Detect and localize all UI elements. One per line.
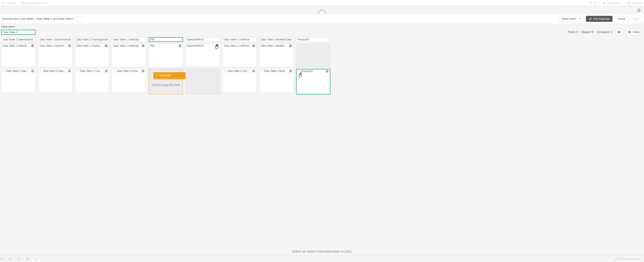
trash-icon[interactable]: [17, 257, 20, 261]
remove-field-icon[interactable]: [31, 44, 34, 47]
remove-field-icon[interactable]: [289, 70, 292, 73]
field-chip-label: Data Table 2.Trackin…: [80, 70, 104, 73]
unmapped-count: Unmapped: 3: [597, 31, 612, 34]
preview-toggle-button[interactable]: [616, 29, 622, 35]
column-header[interactable]: [186, 37, 220, 42]
column-header-input[interactable]: [3, 38, 34, 41]
chevron-down-icon: [579, 18, 581, 19]
column-header[interactable]: [222, 37, 257, 42]
cut-icon[interactable]: [26, 257, 29, 261]
fields-button[interactable]: Fields: [626, 29, 642, 35]
cancel-button[interactable]: Cancel: [615, 16, 628, 22]
remove-field-icon[interactable]: [68, 44, 71, 47]
swap-button[interactable]: [76, 16, 82, 22]
grip-icon: [156, 74, 158, 77]
remove-field-icon[interactable]: [142, 44, 144, 47]
remove-field-icon[interactable]: [68, 70, 71, 73]
load-data-button[interactable]: Load data: [627, 1, 642, 4]
column-header-input[interactable]: [187, 38, 218, 41]
column-header-input[interactable]: [150, 38, 181, 41]
column-header-input[interactable]: [224, 38, 255, 41]
fields-count: Fields: 9: [568, 31, 578, 34]
click-cursor-icon: [298, 72, 303, 78]
field-chip[interactable]: Data Table 2.UnitPrice: [222, 69, 256, 73]
field-chip[interactable]: Data Table 2.OrderQty: [112, 69, 146, 73]
remove-field-icon[interactable]: [289, 44, 292, 47]
mapping-column: Data Table 1.UnitPriceData Table 2.UnitP…: [222, 37, 257, 95]
pencil-icon[interactable]: [0, 257, 4, 261]
home-icon[interactable]: [637, 8, 640, 11]
field-chip[interactable]: Data Table 1.Modified Date: [260, 44, 293, 48]
field-chip[interactable]: PID: [149, 44, 183, 48]
select-action-dropdown[interactable]: Select action: [559, 16, 584, 22]
drop-hint: Drop to map this field: [152, 83, 180, 87]
field-chip-label: SpecialOfferID: [187, 44, 214, 47]
column-header[interactable]: [149, 37, 183, 42]
field-chip[interactable]: Data Table 1.SalesOrderID: [2, 44, 35, 48]
mapping-column: ProductID: [296, 37, 330, 95]
add-data-button[interactable]: Add data: [2, 1, 16, 4]
column-header-input[interactable]: [261, 38, 292, 41]
more-icon[interactable]: [34, 257, 38, 261]
mapping-column: Data Table 1.OrderQtyData Table 2.OrderQ…: [112, 37, 146, 95]
target-field-card: Data Table 2.Modifie…: [259, 69, 294, 92]
column-header[interactable]: [75, 37, 109, 42]
column-header-input[interactable]: [298, 38, 329, 41]
concat-join-button[interactable]: Concatenate or join: [21, 1, 47, 4]
column-header[interactable]: [112, 37, 146, 42]
column-header[interactable]: [38, 37, 72, 42]
edit-mappings-button[interactable]: Edit mappings: [586, 16, 612, 22]
column-header-input[interactable]: [113, 38, 144, 41]
mapping-column: Data Table 1.SalesOrderIDData Table 2.Sa…: [1, 37, 36, 95]
field-chip-label: Data Table 1.UnitPrice: [224, 44, 251, 47]
column-header-input[interactable]: [40, 38, 71, 41]
column-header[interactable]: [259, 37, 294, 42]
preview-icon: [615, 257, 618, 261]
field-chip[interactable]: Data Table 2.Modifie…: [260, 69, 293, 73]
mapping-column: PIDProductIDDrop to map this field: [149, 37, 183, 95]
remove-field-icon[interactable]: [252, 70, 255, 73]
field-chip-label: Data Table 1.OrderQty: [113, 44, 140, 47]
field-chip-label: Data Table 2.OrderQty: [117, 70, 140, 73]
column-header[interactable]: [1, 37, 36, 42]
field-chip[interactable]: Data Table 1.SalesOrder…: [38, 44, 72, 48]
eye-icon: [618, 31, 620, 34]
subbar: [0, 6, 644, 14]
redo-icon: [594, 1, 597, 4]
bottom-toolbar: Show data preview: [0, 256, 644, 262]
redo-button[interactable]: [594, 1, 597, 4]
field-chip[interactable]: Data Table 1.TrackingNu…: [75, 44, 109, 48]
column-header[interactable]: [296, 37, 330, 42]
target-field-card: Data Table 2.SalesOr…: [38, 69, 72, 92]
field-chip[interactable]: Data Table 2.SalesOr…: [38, 69, 72, 73]
field-chip[interactable]: Data Table 2.Trackin…: [75, 69, 109, 73]
remove-field-icon[interactable]: [252, 44, 255, 47]
field-chip[interactable]: SpecialOfferID: [186, 44, 220, 48]
remove-field-icon[interactable]: [105, 70, 108, 73]
associations-button[interactable]: Associations: [602, 1, 622, 4]
field-chip[interactable]: Data Table 1.UnitPrice: [222, 44, 256, 48]
remove-field-icon[interactable]: [31, 70, 34, 73]
field-chip[interactable]: Data Table 2.SalesOr…: [2, 69, 35, 73]
table-name-input[interactable]: [1, 30, 36, 35]
drag-chip[interactable]: ProductID: [154, 72, 188, 79]
remove-field-icon[interactable]: [326, 70, 329, 73]
show-data-preview-button[interactable]: Show data preview: [615, 257, 644, 261]
refresh-icon[interactable]: [8, 257, 12, 261]
swap-icon: [78, 17, 81, 20]
drop-zone[interactable]: ProductIDDrop to map this field: [149, 69, 183, 95]
target-field-card: Data Table 2.OrderQty: [112, 69, 146, 92]
remove-field-icon[interactable]: [105, 44, 108, 47]
page-title: Concatenate or join tables - Data Table …: [2, 17, 74, 20]
grip-icon: [76, 70, 79, 72]
undo-button[interactable]: [589, 1, 592, 4]
show-data-preview-label: Show data preview: [620, 258, 642, 261]
remove-field-icon[interactable]: [178, 44, 182, 47]
remove-field-icon[interactable]: [142, 70, 144, 73]
mapping-column: Data Table 1.Modified DateData Table 2.M…: [259, 37, 294, 95]
column-header-input[interactable]: [76, 38, 108, 41]
table-name-label: Table name:: [1, 25, 15, 28]
field-chip[interactable]: Data Table 1.OrderQty: [112, 44, 146, 48]
workspace: Table name: Fields: 9 Mapped: 6 Unmapped…: [0, 24, 644, 97]
pull-tab-icon[interactable]: [318, 10, 326, 14]
